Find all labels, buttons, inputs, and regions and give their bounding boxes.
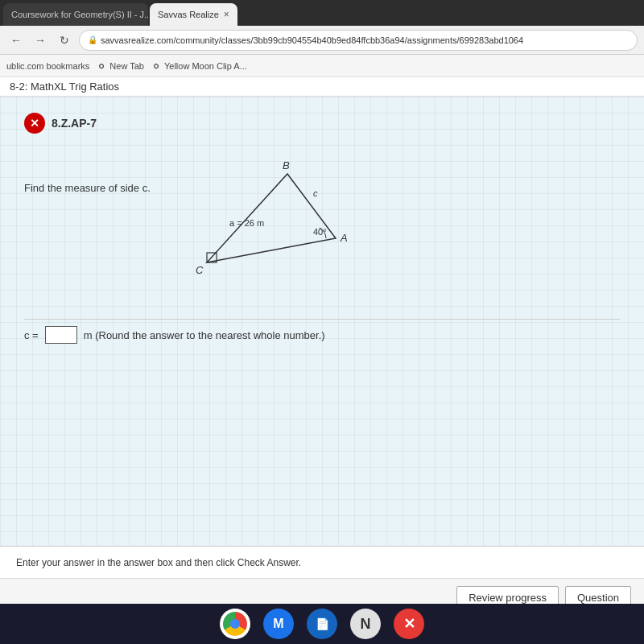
taskbar: M 📄 N ✕ (0, 604, 644, 644)
vertex-c-label: C (196, 264, 204, 276)
problem-text: Find the measure of side c. (24, 182, 151, 194)
answer-suffix: m (Round the answer to the nearest whole… (84, 329, 325, 341)
angle-a-label: 40° (313, 227, 327, 237)
browser-chrome: Coursework for Geometry(S) II - J... × S… (0, 0, 644, 77)
vertex-b-label: B (283, 159, 290, 171)
footer-instruction-text: Enter your answer in the answer box and … (16, 557, 301, 568)
side-c-label: c (313, 188, 318, 198)
tab-coursework[interactable]: Coursework for Geometry(S) II - J... × (3, 3, 148, 26)
page-header: 8-2: MathXL Trig Ratios (0, 77, 644, 97)
tab-savvas-close[interactable]: × (224, 9, 229, 20)
bookmark-yellow-icon: ⭘ (152, 61, 161, 71)
side-a-label: a = 26 m (229, 218, 264, 228)
bookmark-newtab-icon: ⭘ (97, 61, 106, 71)
forward-button[interactable]: → (31, 31, 50, 50)
vertex-a-label: A (340, 232, 348, 244)
main-content: ✕ 8.Z.AP-7 Find the measure of side c. B… (0, 97, 644, 546)
tab-savvas[interactable]: Savvas Realize × (150, 3, 237, 26)
bookmark-yellow-label: Yellow Moon Clip A... (164, 61, 247, 71)
nav-bar: ← → ↻ 🔒 savvasrealize.com/community/clas… (0, 26, 644, 55)
tab-bar: Coursework for Geometry(S) II - J... × S… (0, 0, 644, 26)
footer-instructions: Enter your answer in the answer box and … (0, 546, 644, 578)
address-bar[interactable]: 🔒 savvasrealize.com/community/classes/3b… (79, 30, 638, 51)
question-id: 8.Z.AP-7 (52, 117, 97, 130)
triangle-container: B A C a = 26 m c 40° (183, 158, 360, 287)
question-badge: ✕ (24, 113, 45, 134)
bookmark-public[interactable]: ublic.com bookmarks (6, 61, 89, 71)
answer-row: c = m (Round the answer to the nearest w… (24, 319, 620, 350)
reload-button[interactable]: ↻ (55, 31, 74, 50)
taskbar-avast-icon[interactable]: ✕ (394, 609, 424, 639)
page-title: 8-2: MathXL Trig Ratios (10, 80, 119, 93)
taskbar-n-icon[interactable]: N (350, 609, 381, 639)
bookmark-public-label: ublic.com bookmarks (6, 61, 89, 71)
bookmark-yellow[interactable]: ⭘ Yellow Moon Clip A... (152, 61, 247, 71)
bookmark-newtab-label: New Tab (109, 61, 144, 71)
triangle-svg: B A C a = 26 m c 40° (183, 158, 360, 287)
tab-coursework-label: Coursework for Geometry(S) II - J... (11, 10, 148, 19)
taskbar-chrome-icon[interactable] (220, 609, 250, 639)
question-header: ✕ 8.Z.AP-7 (24, 113, 620, 134)
taskbar-docs-icon[interactable]: 📄 (307, 609, 337, 639)
answer-input[interactable] (45, 326, 77, 344)
problem-area: Find the measure of side c. B A C a = 26… (24, 150, 620, 295)
bookmark-newtab[interactable]: ⭘ New Tab (97, 61, 144, 71)
taskbar-meet-icon[interactable]: M (263, 609, 294, 639)
tab-savvas-label: Savvas Realize (158, 10, 219, 19)
lock-icon: 🔒 (88, 35, 97, 44)
svg-marker-0 (207, 174, 336, 262)
answer-prefix: c = (24, 329, 39, 341)
back-button[interactable]: ← (6, 31, 26, 50)
address-text: savvasrealize.com/community/classes/3bb9… (101, 35, 523, 45)
bookmarks-bar: ublic.com bookmarks ⭘ New Tab ⭘ Yellow M… (0, 55, 644, 77)
